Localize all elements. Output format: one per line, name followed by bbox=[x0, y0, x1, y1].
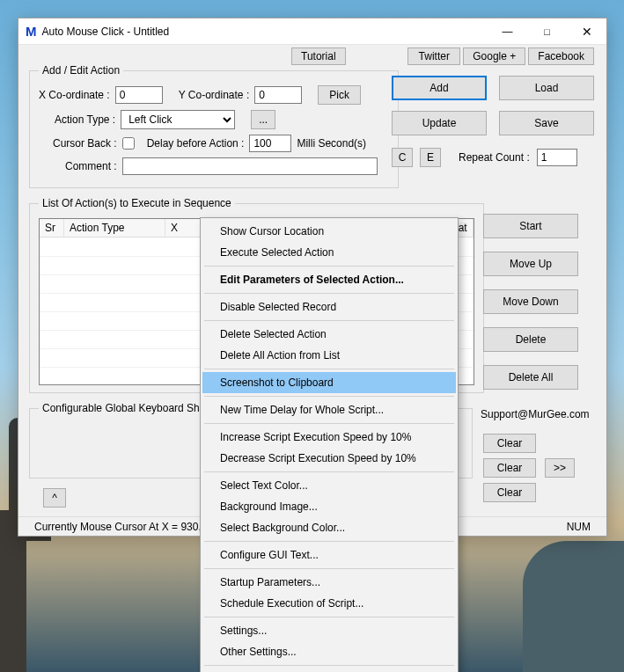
action-type-select[interactable]: Left Click bbox=[121, 110, 235, 129]
action-list-legend: List Of Action(s) to Execute in Sequence bbox=[39, 197, 235, 209]
context-menu-item[interactable]: New Time Delay for Whole Script... bbox=[202, 399, 456, 420]
context-menu-item[interactable]: Other Settings... bbox=[202, 641, 456, 662]
minimize-button[interactable]: — bbox=[488, 18, 527, 45]
cursor-back-label: Cursor Back : bbox=[53, 137, 117, 150]
context-menu-item[interactable]: Delete All Action from List bbox=[202, 345, 456, 366]
app-logo-icon: M bbox=[26, 24, 37, 39]
move-up-button[interactable]: Move Up bbox=[483, 252, 578, 276]
context-menu-item[interactable]: Select Text Color... bbox=[202, 475, 456, 496]
x-coord-input[interactable] bbox=[115, 86, 163, 104]
list-side-buttons: Start Move Up Move Down Delete Delete Al… bbox=[483, 214, 578, 390]
load-button[interactable]: Load bbox=[499, 76, 594, 100]
comment-input[interactable] bbox=[122, 157, 378, 175]
title-bar[interactable]: M Auto Mouse Click - Untitled — □ ✕ bbox=[18, 18, 606, 45]
clear-button-2[interactable]: Clear bbox=[483, 458, 536, 478]
context-menu-separator bbox=[204, 369, 454, 369]
google-button[interactable]: Google + bbox=[463, 47, 525, 65]
repeat-count-label: Repeat Count : bbox=[459, 151, 530, 164]
clear-button-1[interactable]: Clear bbox=[483, 434, 536, 453]
side-button-column: Add Load Update Save C E Repeat Count : bbox=[392, 76, 594, 167]
y-coord-input[interactable] bbox=[254, 86, 302, 104]
context-menu-item[interactable]: Startup Parameters... bbox=[202, 572, 456, 593]
context-menu-item[interactable]: Screenshot to Clipboard bbox=[202, 372, 456, 393]
context-menu-item[interactable]: Schedule Execution of Script... bbox=[202, 593, 456, 614]
context-menu-item[interactable]: Decrease Script Execution Speed by 10% bbox=[202, 448, 456, 469]
action-type-label: Action Type : bbox=[55, 113, 115, 126]
facebook-button[interactable]: Facebook bbox=[528, 47, 594, 65]
context-menu-separator bbox=[204, 665, 454, 666]
window-title: Auto Mouse Click - Untitled bbox=[42, 26, 488, 38]
context-menu-separator bbox=[204, 568, 454, 569]
context-menu-separator bbox=[204, 471, 454, 472]
col-sr[interactable]: Sr bbox=[40, 219, 64, 237]
add-button[interactable]: Add bbox=[392, 76, 487, 100]
context-menu-item[interactable]: Configure GUI Text... bbox=[202, 544, 456, 566]
close-button[interactable]: ✕ bbox=[567, 18, 606, 45]
tutorial-button[interactable]: Tutorial bbox=[291, 47, 346, 65]
more-shortcuts-button[interactable]: >> bbox=[545, 458, 575, 478]
context-menu-item[interactable]: Show Cursor Location bbox=[202, 221, 456, 242]
cursor-back-checkbox[interactable] bbox=[122, 137, 135, 150]
context-menu-item[interactable]: Settings... bbox=[202, 620, 456, 641]
support-link[interactable]: Support@MurGee.com bbox=[481, 408, 590, 420]
delete-all-button[interactable]: Delete All bbox=[483, 365, 578, 390]
update-button[interactable]: Update bbox=[392, 111, 487, 135]
context-menu-separator bbox=[204, 293, 454, 294]
context-menu-item[interactable]: Background Image... bbox=[202, 496, 456, 517]
context-menu-separator bbox=[204, 396, 454, 397]
comment-label: Comment : bbox=[65, 160, 117, 172]
delay-label: Delay before Action : bbox=[147, 137, 245, 150]
delay-unit-label: Milli Second(s) bbox=[297, 137, 366, 150]
delay-input[interactable] bbox=[249, 135, 291, 152]
col-action-type[interactable]: Action Type bbox=[64, 219, 165, 237]
action-type-more-button[interactable]: ... bbox=[251, 110, 275, 129]
status-numlock: NUM bbox=[560, 521, 598, 533]
context-menu-separator bbox=[204, 617, 454, 617]
context-menu-item[interactable]: Edit Parameters of Selected Action... bbox=[202, 269, 456, 290]
save-button[interactable]: Save bbox=[499, 111, 594, 135]
context-menu-separator bbox=[204, 266, 454, 267]
context-menu-item[interactable]: Select Background Color... bbox=[202, 517, 456, 538]
pick-button[interactable]: Pick bbox=[318, 85, 361, 105]
delete-button[interactable]: Delete bbox=[483, 327, 578, 352]
repeat-count-input[interactable] bbox=[537, 149, 577, 166]
c-button[interactable]: C bbox=[392, 148, 413, 167]
twitter-button[interactable]: Twitter bbox=[407, 47, 460, 65]
start-button[interactable]: Start bbox=[483, 214, 578, 238]
context-menu-item[interactable]: Increase Script Execution Speed by 10% bbox=[202, 427, 456, 448]
add-edit-legend: Add / Edit Action bbox=[39, 64, 123, 77]
context-menu-item[interactable]: Delete Selected Action bbox=[202, 324, 456, 345]
maximize-button[interactable]: □ bbox=[527, 18, 567, 45]
context-menu-item[interactable]: Disable Selected Record bbox=[202, 296, 456, 318]
status-cursor-position: Currently Mouse Cursor At X = 930, Y bbox=[27, 521, 218, 533]
context-menu-item[interactable]: View Script Execution Info... bbox=[202, 668, 456, 672]
context-menu-separator bbox=[204, 541, 454, 542]
clear-button-3[interactable]: Clear bbox=[483, 483, 536, 502]
move-down-button[interactable]: Move Down bbox=[483, 289, 578, 314]
y-coord-label: Y Co-ordinate : bbox=[179, 89, 250, 101]
scroll-up-button[interactable]: ^ bbox=[43, 488, 66, 508]
add-edit-group: Add / Edit Action X Co-ordinate : Y Co-o… bbox=[29, 64, 399, 188]
context-menu-separator bbox=[204, 320, 454, 321]
x-coord-label: X Co-ordinate : bbox=[39, 89, 110, 101]
context-menu[interactable]: Show Cursor LocationExecute Selected Act… bbox=[200, 217, 459, 672]
context-menu-item[interactable]: Execute Selected Action bbox=[202, 242, 456, 263]
e-button[interactable]: E bbox=[420, 148, 441, 167]
social-link-row: Twitter Google + Facebook bbox=[407, 47, 594, 65]
shortcuts-legend: Configurable Global Keyboard Shortc bbox=[39, 402, 221, 414]
context-menu-separator bbox=[204, 423, 454, 424]
background-rock bbox=[523, 541, 624, 672]
